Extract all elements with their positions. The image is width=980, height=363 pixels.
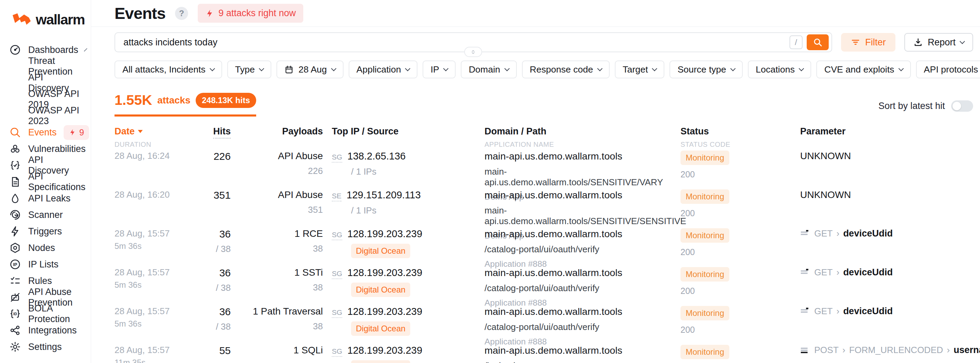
table-row[interactable]: 28 Aug, 15:57 5m 36s 36 / 38 1 Path Trav…	[115, 306, 973, 345]
event-payload-count: 38	[231, 321, 323, 332]
attacks-right-now-badge[interactable]: 9 attacks right now	[198, 4, 303, 23]
help-icon[interactable]: ?	[175, 7, 188, 20]
sidebar-item-integrations[interactable]: Integrations	[0, 322, 91, 339]
chevron-down-icon	[443, 66, 449, 71]
sidebar-item-api-leaks[interactable]: API Leaks	[0, 190, 91, 207]
source-provider-badge: Digital Ocean	[351, 360, 410, 363]
sidebar-item-label: Dashboards	[28, 45, 78, 55]
event-hits: 226	[200, 151, 231, 162]
column-header-date[interactable]: Date	[115, 126, 200, 137]
chip-target[interactable]: Target	[615, 61, 665, 78]
sidebar-item-label: API Leaks	[28, 193, 70, 204]
chip-api-protocols[interactable]: API protocols	[916, 61, 980, 78]
sidebar-item-bola-protection[interactable]: ID BOLA Protection	[0, 306, 91, 322]
sidebar-item-events[interactable]: Events 9	[0, 124, 91, 140]
sort-label: Sort by latest hit	[878, 101, 945, 111]
chip-label: Target	[623, 64, 648, 75]
report-button[interactable]: Report	[904, 33, 973, 52]
status-badge: Monitoring	[681, 306, 729, 320]
sidebar-item-owasp-api-2023[interactable]: OWASP API 2023	[0, 108, 91, 124]
sidebar-item-nodes[interactable]: Nodes	[0, 240, 91, 256]
event-payload-type: API Abuse	[231, 151, 323, 162]
app-window: wallarm Dashboards Threat Prevention API…	[0, 0, 980, 363]
braces-id-icon: ID	[9, 308, 21, 320]
chevron-down-icon	[652, 66, 657, 71]
chip-date[interactable]: 28 Aug	[277, 61, 344, 78]
status-code: 200	[681, 247, 791, 257]
table-row[interactable]: 28 Aug, 15:57 11m 35s 55 1 SQLi SG 128.1…	[115, 345, 973, 363]
sort-toggle[interactable]	[951, 100, 973, 112]
sidebar-item-label: Vulnerabilities	[28, 144, 86, 154]
chip-label: Locations	[756, 64, 795, 75]
event-duration: 5m 36s	[115, 280, 200, 290]
event-hits: 36	[200, 306, 231, 318]
event-payload-count: 38	[231, 282, 323, 293]
checklist-icon	[9, 275, 21, 287]
parameter-location-icon	[800, 346, 810, 354]
sidebar-item-api-specifications[interactable]: API Specifications	[0, 174, 91, 190]
sidebar-item-scanner[interactable]: Scanner	[0, 207, 91, 223]
chevron-down-icon	[331, 66, 336, 71]
page-title: Events	[115, 4, 165, 23]
table-row[interactable]: 28 Aug, 15:57 5m 36s 36 / 38 1 SSTi 38 S…	[115, 267, 973, 306]
filter-button-label: Filter	[865, 37, 886, 48]
country-code: SG	[332, 347, 342, 357]
event-date: 28 Aug, 15:57	[115, 306, 200, 316]
column-header-domain: Domain / Path	[485, 126, 681, 137]
event-hits: 36	[200, 267, 231, 279]
country-code: SG	[332, 269, 342, 279]
table-row[interactable]: 28 Aug, 16:24 226 API Abuse 226 SG 138.2…	[115, 151, 973, 189]
event-date: 28 Aug, 15:57	[115, 345, 200, 355]
bot-slash-icon	[9, 291, 21, 304]
search-input[interactable]	[123, 37, 789, 48]
svg-text:IP: IP	[13, 262, 18, 267]
table-row[interactable]: 28 Aug, 15:57 5m 36s 36 / 38 1 RCE 38 SG	[115, 228, 973, 267]
wallarm-logo[interactable]: wallarm	[12, 12, 91, 28]
source-provider-badge: Digital Ocean	[351, 322, 410, 336]
document-icon	[9, 176, 21, 188]
chip-label: Type	[235, 64, 255, 75]
sidebar-item-settings[interactable]: Settings	[0, 339, 91, 355]
event-payload-type: 1 SSTi	[231, 267, 323, 278]
attacks-tab[interactable]: 1.55K attacks 248.13K hits	[115, 92, 256, 116]
chip-domain[interactable]: Domain	[461, 61, 517, 78]
share-nodes-icon	[9, 324, 21, 336]
chip-locations[interactable]: Locations	[748, 61, 811, 78]
chip-ip[interactable]: IP	[423, 61, 456, 78]
chip-type[interactable]: Type	[227, 61, 271, 78]
sort-desc-icon	[138, 130, 143, 133]
download-icon	[913, 37, 923, 47]
chevron-separator: ›	[836, 228, 839, 239]
chip-attacks-incidents[interactable]: All attacks, Incidents	[115, 61, 222, 78]
search-expander-button[interactable]	[464, 47, 482, 57]
table-row[interactable]: 28 Aug, 16:20 351 API Abuse 351 SE 129.1…	[115, 189, 973, 228]
column-header-source: Top IP / Source	[332, 126, 399, 137]
source-provider-badge: Digital Ocean	[351, 283, 410, 297]
param-method: POST	[814, 345, 839, 355]
biohazard-icon	[9, 143, 21, 155]
chip-application[interactable]: Application	[349, 61, 418, 78]
event-payload-count: 351	[231, 205, 323, 215]
event-ip: 128.199.203.239	[347, 345, 422, 356]
event-path: /catalog-portal/ui/oauth/verify	[485, 283, 681, 294]
status-badge: Monitoring	[681, 267, 729, 282]
wallarm-logo-icon	[12, 13, 32, 27]
search-button[interactable]	[807, 34, 829, 50]
status-badge: Monitoring	[681, 189, 729, 204]
chip-cve-exploits[interactable]: CVE and exploits	[816, 61, 910, 78]
chip-source-type[interactable]: Source type	[670, 61, 742, 78]
chip-response-code[interactable]: Response code	[522, 61, 610, 78]
filter-button[interactable]: Filter	[841, 33, 896, 52]
chevron-separator: ›	[947, 345, 950, 355]
chevron-down-icon	[209, 66, 215, 71]
sidebar-item-triggers[interactable]: Triggers	[0, 223, 91, 240]
search-row: / Filter Report	[115, 32, 973, 52]
attacks-count-label: attacks	[157, 95, 191, 106]
column-header-status: Status	[681, 126, 791, 137]
sidebar-item-ip-lists[interactable]: IP IP Lists	[0, 256, 91, 272]
country-code: SG	[332, 308, 342, 318]
chip-label: Source type	[678, 64, 726, 75]
param-name: deviceUdid	[843, 306, 892, 317]
column-header-hits[interactable]: Hits	[213, 126, 231, 139]
sidebar-item-label: Integrations	[28, 325, 77, 336]
